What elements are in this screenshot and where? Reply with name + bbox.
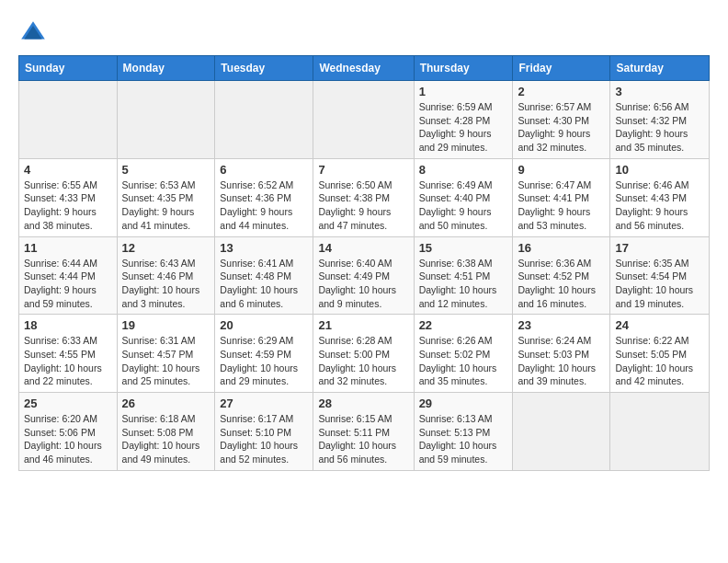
calendar-cell: 10Sunrise: 6:46 AM Sunset: 4:43 PM Dayli… bbox=[610, 158, 710, 236]
day-info: Sunrise: 6:49 AM Sunset: 4:40 PM Dayligh… bbox=[419, 178, 508, 233]
calendar-cell: 17Sunrise: 6:35 AM Sunset: 4:54 PM Dayli… bbox=[610, 236, 710, 315]
day-number: 15 bbox=[419, 241, 508, 255]
day-info: Sunrise: 6:20 AM Sunset: 5:06 PM Dayligh… bbox=[24, 412, 112, 466]
day-number: 24 bbox=[615, 318, 704, 332]
logo-icon bbox=[18, 18, 48, 48]
calendar-week-row: 18Sunrise: 6:33 AM Sunset: 4:55 PM Dayli… bbox=[19, 315, 710, 393]
calendar-cell: 24Sunrise: 6:22 AM Sunset: 5:05 PM Dayli… bbox=[610, 315, 710, 393]
day-number: 7 bbox=[318, 163, 408, 177]
calendar-cell: 11Sunrise: 6:44 AM Sunset: 4:44 PM Dayli… bbox=[19, 236, 118, 315]
day-info: Sunrise: 6:59 AM Sunset: 4:28 PM Dayligh… bbox=[419, 100, 508, 155]
day-info: Sunrise: 6:36 AM Sunset: 4:52 PM Dayligh… bbox=[518, 257, 605, 311]
calendar-cell: 23Sunrise: 6:24 AM Sunset: 5:03 PM Dayli… bbox=[513, 315, 610, 393]
calendar-cell: 28Sunrise: 6:15 AM Sunset: 5:11 PM Dayli… bbox=[313, 393, 414, 471]
calendar-cell: 2Sunrise: 6:57 AM Sunset: 4:30 PM Daylig… bbox=[513, 81, 610, 159]
day-number: 19 bbox=[122, 318, 210, 332]
day-number: 20 bbox=[220, 318, 308, 332]
calendar-cell: 6Sunrise: 6:52 AM Sunset: 4:36 PM Daylig… bbox=[215, 158, 313, 236]
day-info: Sunrise: 6:57 AM Sunset: 4:30 PM Dayligh… bbox=[518, 100, 605, 155]
calendar-week-row: 4Sunrise: 6:55 AM Sunset: 4:33 PM Daylig… bbox=[19, 158, 710, 236]
calendar-cell: 27Sunrise: 6:17 AM Sunset: 5:10 PM Dayli… bbox=[215, 393, 313, 471]
day-info: Sunrise: 6:44 AM Sunset: 4:44 PM Dayligh… bbox=[24, 257, 112, 311]
day-number: 14 bbox=[318, 241, 408, 255]
day-number: 23 bbox=[518, 318, 605, 332]
day-info: Sunrise: 6:43 AM Sunset: 4:46 PM Dayligh… bbox=[122, 257, 210, 311]
day-number: 3 bbox=[615, 85, 704, 98]
day-number: 29 bbox=[419, 396, 508, 410]
calendar-cell: 16Sunrise: 6:36 AM Sunset: 4:52 PM Dayli… bbox=[513, 236, 610, 315]
day-info: Sunrise: 6:22 AM Sunset: 5:05 PM Dayligh… bbox=[615, 334, 704, 388]
calendar-cell bbox=[215, 81, 313, 159]
calendar-header: SundayMondayTuesdayWednesdayThursdayFrid… bbox=[19, 56, 710, 81]
calendar-cell bbox=[313, 81, 414, 159]
day-info: Sunrise: 6:56 AM Sunset: 4:32 PM Dayligh… bbox=[615, 100, 704, 155]
weekday-header: Tuesday bbox=[215, 56, 313, 81]
day-info: Sunrise: 6:31 AM Sunset: 4:57 PM Dayligh… bbox=[122, 334, 210, 388]
calendar-cell: 5Sunrise: 6:53 AM Sunset: 4:35 PM Daylig… bbox=[117, 158, 215, 236]
calendar-cell bbox=[610, 393, 710, 471]
day-info: Sunrise: 6:38 AM Sunset: 4:51 PM Dayligh… bbox=[419, 257, 508, 311]
day-number: 16 bbox=[518, 241, 605, 255]
day-number: 12 bbox=[122, 241, 210, 255]
day-info: Sunrise: 6:35 AM Sunset: 4:54 PM Dayligh… bbox=[615, 257, 704, 311]
day-number: 26 bbox=[122, 396, 210, 410]
calendar-cell: 22Sunrise: 6:26 AM Sunset: 5:02 PM Dayli… bbox=[414, 315, 513, 393]
day-number: 25 bbox=[24, 396, 112, 410]
weekday-header: Wednesday bbox=[313, 56, 414, 81]
day-info: Sunrise: 6:18 AM Sunset: 5:08 PM Dayligh… bbox=[122, 412, 210, 466]
weekday-header: Thursday bbox=[414, 56, 513, 81]
calendar-cell bbox=[513, 393, 610, 471]
calendar-cell: 13Sunrise: 6:41 AM Sunset: 4:48 PM Dayli… bbox=[215, 236, 313, 315]
day-info: Sunrise: 6:24 AM Sunset: 5:03 PM Dayligh… bbox=[518, 334, 605, 388]
day-info: Sunrise: 6:13 AM Sunset: 5:13 PM Dayligh… bbox=[419, 412, 508, 466]
day-number: 11 bbox=[24, 241, 112, 255]
day-number: 1 bbox=[419, 85, 508, 98]
day-number: 10 bbox=[615, 163, 704, 177]
calendar-cell: 4Sunrise: 6:55 AM Sunset: 4:33 PM Daylig… bbox=[19, 158, 118, 236]
calendar-cell: 1Sunrise: 6:59 AM Sunset: 4:28 PM Daylig… bbox=[414, 81, 513, 159]
calendar-cell: 29Sunrise: 6:13 AM Sunset: 5:13 PM Dayli… bbox=[414, 393, 513, 471]
calendar-body: 1Sunrise: 6:59 AM Sunset: 4:28 PM Daylig… bbox=[19, 81, 710, 471]
day-info: Sunrise: 6:33 AM Sunset: 4:55 PM Dayligh… bbox=[24, 334, 112, 388]
calendar-cell: 21Sunrise: 6:28 AM Sunset: 5:00 PM Dayli… bbox=[313, 315, 414, 393]
header-row: SundayMondayTuesdayWednesdayThursdayFrid… bbox=[19, 56, 710, 81]
calendar-cell: 7Sunrise: 6:50 AM Sunset: 4:38 PM Daylig… bbox=[313, 158, 414, 236]
day-number: 8 bbox=[419, 163, 508, 177]
calendar-table: SundayMondayTuesdayWednesdayThursdayFrid… bbox=[18, 55, 710, 471]
day-number: 18 bbox=[24, 318, 112, 332]
logo bbox=[18, 18, 51, 48]
day-number: 21 bbox=[318, 318, 408, 332]
calendar-cell: 9Sunrise: 6:47 AM Sunset: 4:41 PM Daylig… bbox=[513, 158, 610, 236]
day-number: 4 bbox=[24, 163, 112, 177]
weekday-header: Friday bbox=[513, 56, 610, 81]
calendar-cell: 8Sunrise: 6:49 AM Sunset: 4:40 PM Daylig… bbox=[414, 158, 513, 236]
weekday-header: Sunday bbox=[19, 56, 118, 81]
calendar-week-row: 25Sunrise: 6:20 AM Sunset: 5:06 PM Dayli… bbox=[19, 393, 710, 471]
weekday-header: Saturday bbox=[610, 56, 710, 81]
day-number: 17 bbox=[615, 241, 704, 255]
day-number: 6 bbox=[220, 163, 308, 177]
day-info: Sunrise: 6:28 AM Sunset: 5:00 PM Dayligh… bbox=[318, 334, 408, 388]
calendar-cell: 20Sunrise: 6:29 AM Sunset: 4:59 PM Dayli… bbox=[215, 315, 313, 393]
day-info: Sunrise: 6:26 AM Sunset: 5:02 PM Dayligh… bbox=[419, 334, 508, 388]
day-info: Sunrise: 6:53 AM Sunset: 4:35 PM Dayligh… bbox=[122, 178, 210, 233]
day-info: Sunrise: 6:15 AM Sunset: 5:11 PM Dayligh… bbox=[318, 412, 408, 466]
calendar-cell: 19Sunrise: 6:31 AM Sunset: 4:57 PM Dayli… bbox=[117, 315, 215, 393]
calendar-week-row: 1Sunrise: 6:59 AM Sunset: 4:28 PM Daylig… bbox=[19, 81, 710, 159]
day-info: Sunrise: 6:52 AM Sunset: 4:36 PM Dayligh… bbox=[220, 178, 308, 233]
day-number: 2 bbox=[518, 85, 605, 98]
day-info: Sunrise: 6:40 AM Sunset: 4:49 PM Dayligh… bbox=[318, 257, 408, 311]
calendar-cell bbox=[19, 81, 118, 159]
calendar-cell: 14Sunrise: 6:40 AM Sunset: 4:49 PM Dayli… bbox=[313, 236, 414, 315]
calendar-cell bbox=[117, 81, 215, 159]
day-info: Sunrise: 6:29 AM Sunset: 4:59 PM Dayligh… bbox=[220, 334, 308, 388]
day-number: 28 bbox=[318, 396, 408, 410]
day-number: 9 bbox=[518, 163, 605, 177]
day-number: 27 bbox=[220, 396, 308, 410]
calendar-cell: 15Sunrise: 6:38 AM Sunset: 4:51 PM Dayli… bbox=[414, 236, 513, 315]
calendar-cell: 26Sunrise: 6:18 AM Sunset: 5:08 PM Dayli… bbox=[117, 393, 215, 471]
calendar-cell: 12Sunrise: 6:43 AM Sunset: 4:46 PM Dayli… bbox=[117, 236, 215, 315]
day-info: Sunrise: 6:46 AM Sunset: 4:43 PM Dayligh… bbox=[615, 178, 704, 233]
day-number: 13 bbox=[220, 241, 308, 255]
day-info: Sunrise: 6:50 AM Sunset: 4:38 PM Dayligh… bbox=[318, 178, 408, 233]
